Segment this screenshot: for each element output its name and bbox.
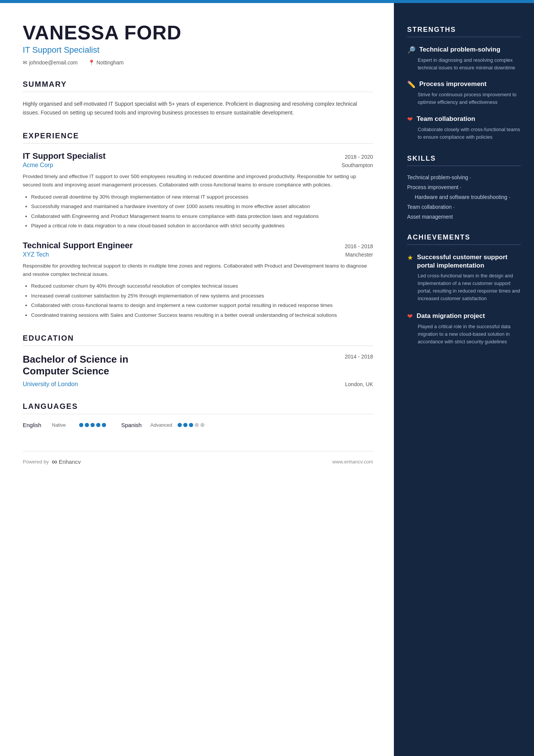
lang-dots-english bbox=[79, 423, 106, 427]
right-column: STRENGTHS 🔎 Technical problem-solving Ex… bbox=[394, 3, 534, 756]
exp-role-2: Technical Support Engineer bbox=[23, 241, 133, 250]
lang-dots-spanish bbox=[178, 423, 205, 427]
skills-divider bbox=[407, 166, 521, 166]
skill-label-4: Team collaboration · bbox=[407, 204, 454, 210]
strength-title-1: Technical problem-solving bbox=[419, 45, 500, 54]
skill-4: Team collaboration · bbox=[407, 204, 521, 210]
exp-desc-1: Provided timely and effective IT support… bbox=[23, 172, 373, 189]
skill-2: Process improvement · bbox=[407, 184, 521, 190]
achievements-divider bbox=[407, 244, 521, 245]
powered-by-text: Powered by bbox=[23, 459, 49, 465]
dot bbox=[91, 423, 95, 427]
skill-label-1: Technical problem-solving · bbox=[407, 174, 471, 180]
bullet-item: Reduced overall downtime by 30% through … bbox=[31, 193, 373, 201]
location-icon: 📍 bbox=[88, 59, 95, 66]
skills-list: Technical problem-solving · Process impr… bbox=[407, 174, 521, 220]
exp-desc-2: Responsible for providing technical supp… bbox=[23, 262, 373, 278]
summary-title: SUMMARY bbox=[23, 80, 373, 89]
location-value: Nottingham bbox=[97, 59, 124, 66]
edu-location-1: London, UK bbox=[345, 381, 373, 387]
strength-icon-2: ✏️ bbox=[407, 80, 415, 89]
candidate-job-title: IT Support Specialist bbox=[23, 45, 373, 55]
dot bbox=[200, 423, 205, 427]
strength-header-1: 🔎 Technical problem-solving bbox=[407, 45, 521, 54]
strength-desc-3: Collaborate closely with cross-functiona… bbox=[407, 126, 521, 141]
bullet-item: Collaborated with Engineering and Produc… bbox=[31, 212, 373, 221]
dot bbox=[183, 423, 187, 427]
skill-label-2: Process improvement · bbox=[407, 184, 461, 190]
edu-degree-1: Bachelor of Science in Computer Science bbox=[23, 354, 144, 377]
summary-text: Highly organised and self-motivated IT S… bbox=[23, 100, 373, 117]
dot bbox=[189, 423, 193, 427]
achievement-desc-1: Led cross-functional team in the design … bbox=[407, 272, 521, 303]
dot bbox=[85, 423, 89, 427]
strength-header-2: ✏️ Process improvement bbox=[407, 80, 521, 89]
main-layout: VANESSA FORD IT Support Specialist ✉ joh… bbox=[0, 3, 534, 756]
exp-location-2: Manchester bbox=[345, 252, 373, 258]
skill-label-5: Asset management bbox=[407, 214, 453, 220]
lang-name-english: English bbox=[23, 422, 47, 428]
strengths-divider bbox=[407, 37, 521, 37]
skill-3: Hardware and software troubleshooting · bbox=[407, 194, 521, 200]
skills-section: SKILLS Technical problem-solving · Proce… bbox=[407, 155, 521, 220]
brand-name: Enhancv bbox=[59, 459, 81, 465]
bullet-item: Successfully managed and maintained a ha… bbox=[31, 202, 373, 211]
exp-company-row-2: XYZ Tech Manchester bbox=[23, 251, 373, 258]
strength-title-2: Process improvement bbox=[419, 80, 487, 88]
bullet-item: Collaborated with cross-functional teams… bbox=[31, 301, 373, 310]
languages-title: LANGUAGES bbox=[23, 402, 373, 411]
dot bbox=[102, 423, 106, 427]
exp-company-1: Acme Corp bbox=[23, 162, 53, 169]
dot bbox=[79, 423, 83, 427]
dot bbox=[96, 423, 100, 427]
exp-company-2: XYZ Tech bbox=[23, 251, 49, 258]
education-divider bbox=[23, 346, 373, 346]
exp-company-row-1: Acme Corp Southampton bbox=[23, 162, 373, 169]
edu-entry-1: Bachelor of Science in Computer Science … bbox=[23, 354, 373, 388]
resume-container: VANESSA FORD IT Support Specialist ✉ joh… bbox=[0, 0, 534, 756]
strength-icon-1: 🔎 bbox=[407, 46, 415, 54]
top-bar bbox=[0, 0, 534, 3]
enhancv-logo: ∞ Enhancv bbox=[52, 457, 81, 466]
bullet-item: Coordinated training sessions with Sales… bbox=[31, 311, 373, 319]
achievement-header-1: ★ Successful customer support portal imp… bbox=[407, 253, 521, 270]
name-section: VANESSA FORD IT Support Specialist ✉ joh… bbox=[23, 22, 373, 66]
languages-divider bbox=[23, 414, 373, 414]
bullet-item: Increased overall customer satisfaction … bbox=[31, 292, 373, 300]
achievement-icon-2: ❤ bbox=[407, 312, 413, 321]
achievement-title-1: Successful customer support portal imple… bbox=[417, 253, 521, 270]
experience-entry-2: Technical Support Engineer 2016 - 2018 X… bbox=[23, 241, 373, 319]
lang-name-spanish: Spanish bbox=[121, 422, 146, 428]
exp-role-1: IT Support Specialist bbox=[23, 151, 106, 161]
skill-5: Asset management bbox=[407, 214, 521, 220]
achievement-2: ❤ Data migration project Played a critic… bbox=[407, 312, 521, 346]
email-item: ✉ johndoe@email.com bbox=[23, 59, 78, 66]
achievements-section: ACHIEVEMENTS ★ Successful customer suppo… bbox=[407, 233, 521, 346]
edu-row-1: Bachelor of Science in Computer Science … bbox=[23, 354, 373, 377]
strength-title-3: Team collaboration bbox=[417, 115, 475, 123]
summary-divider bbox=[23, 92, 373, 92]
left-column: VANESSA FORD IT Support Specialist ✉ joh… bbox=[0, 3, 394, 756]
experience-divider bbox=[23, 143, 373, 144]
experience-title: EXPERIENCE bbox=[23, 131, 373, 140]
strength-1: 🔎 Technical problem-solving Expert in di… bbox=[407, 45, 521, 72]
exp-date-2: 2016 - 2018 bbox=[345, 243, 373, 249]
skills-title: SKILLS bbox=[407, 155, 521, 163]
contact-info: ✉ johndoe@email.com 📍 Nottingham bbox=[23, 59, 373, 66]
edu-date-1: 2014 - 2018 bbox=[345, 354, 373, 360]
strength-2: ✏️ Process improvement Strive for contin… bbox=[407, 80, 521, 106]
experience-entry-1: IT Support Specialist 2018 - 2020 Acme C… bbox=[23, 151, 373, 230]
lang-english: English Native bbox=[23, 422, 106, 428]
exp-bullets-2: Reduced customer churn by 40% through su… bbox=[23, 282, 373, 319]
strength-header-3: ❤ Team collaboration bbox=[407, 115, 521, 124]
education-title: EDUCATION bbox=[23, 334, 373, 343]
achievement-header-2: ❤ Data migration project bbox=[407, 312, 521, 321]
languages-row: English Native Spanish Advanced bbox=[23, 422, 373, 428]
footer-website: www.enhancv.com bbox=[333, 459, 373, 465]
dot bbox=[178, 423, 182, 427]
strength-desc-1: Expert in diagnosing and resolving compl… bbox=[407, 56, 521, 72]
bullet-item: Reduced customer churn by 40% through su… bbox=[31, 282, 373, 290]
exp-bullets-1: Reduced overall downtime by 30% through … bbox=[23, 193, 373, 230]
location-item: 📍 Nottingham bbox=[88, 59, 124, 66]
lang-spanish: Spanish Advanced bbox=[121, 422, 205, 428]
